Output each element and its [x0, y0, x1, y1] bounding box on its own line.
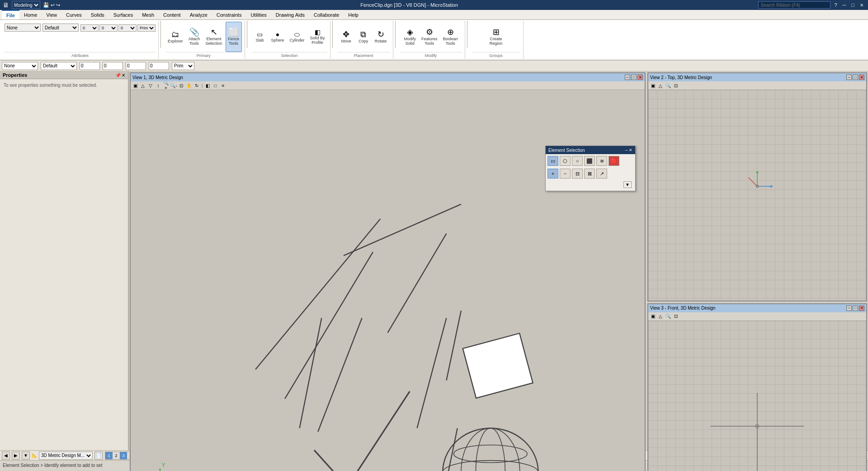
minimize-button[interactable]: ─ — [841, 2, 848, 8]
sel-fence-btn[interactable]: ⬛ — [584, 156, 595, 166]
tab-view[interactable]: View — [42, 10, 61, 19]
tab-utilities[interactable]: Utilities — [246, 10, 271, 19]
sel-poly-btn[interactable]: ⬡ — [560, 156, 571, 166]
nav-fwd-btn[interactable]: ▶ — [12, 452, 20, 460]
vt1-zoom-out[interactable]: 🔍- — [170, 82, 177, 89]
vt1-rotate[interactable]: ↻ — [193, 82, 200, 89]
sel-add-btn[interactable]: + — [547, 169, 558, 179]
help-button[interactable]: ? — [832, 2, 839, 8]
sphere-button[interactable]: ● Sphere — [269, 22, 287, 52]
features-tools-button[interactable]: ⚙ FeaturesTools — [419, 22, 440, 52]
tab-home[interactable]: Home — [19, 10, 42, 19]
vt1-wire[interactable]: □ — [212, 82, 219, 89]
tab-constraints[interactable]: Constraints — [212, 10, 246, 19]
ls-select[interactable]: 0 — [99, 24, 118, 32]
view1-minimize[interactable]: ─ — [625, 75, 630, 80]
properties-pin[interactable]: 📌 — [115, 73, 121, 78]
qa-undo[interactable]: ↩ — [51, 2, 55, 8]
vt1-zoom-in[interactable]: 🔍+ — [162, 82, 170, 89]
active-level-combo[interactable]: None — [2, 62, 38, 70]
vt2-fit[interactable]: ⊡ — [672, 82, 679, 89]
cylinder-button[interactable]: ⬭ Cylinder — [288, 22, 307, 52]
vt1-btn1[interactable]: ▣ — [132, 82, 139, 89]
elem-sel-expand[interactable]: ▼ — [623, 181, 632, 188]
view3-minimize[interactable]: ─ — [846, 306, 852, 311]
val1-input[interactable] — [80, 62, 100, 70]
prim-select[interactable]: Prim — [137, 24, 156, 32]
page-2[interactable]: 2 — [113, 452, 120, 459]
model-selector[interactable]: 3D Metric Design M... — [39, 452, 93, 460]
lw-select[interactable]: 0 — [80, 24, 99, 32]
workflow-selector[interactable]: Modeling — [12, 1, 40, 9]
sel-circle-btn[interactable]: ○ — [572, 156, 583, 166]
sel-color-btn[interactable]: 🔴 — [609, 156, 619, 166]
view1-maximize[interactable]: □ — [631, 75, 637, 80]
vt3-zoom-in[interactable]: 🔍 — [665, 313, 672, 320]
rotate-button[interactable]: ↻ Rotate — [373, 22, 389, 52]
view3-canvas[interactable] — [648, 321, 866, 471]
element-selection-button[interactable]: ↖ ElementSelection — [203, 22, 225, 52]
tab-content[interactable]: Content — [159, 10, 185, 19]
tab-analyze[interactable]: Analyze — [185, 10, 212, 19]
vt2-btn1[interactable]: ▣ — [649, 82, 656, 89]
active-level-select[interactable]: None — [5, 24, 41, 32]
nav-back-btn[interactable]: ◀ — [2, 452, 10, 460]
sel-subtract-btn[interactable]: − — [560, 169, 571, 179]
page-3[interactable]: 3 — [120, 452, 127, 459]
copy-button[interactable]: ⧉ Copy — [355, 22, 372, 52]
vt1-pan[interactable]: ✋ — [185, 82, 193, 89]
style-select[interactable]: Default — [42, 24, 79, 32]
vt3-fit[interactable]: ⊡ — [672, 313, 679, 320]
elem-sel-close[interactable]: ✕ — [629, 148, 632, 152]
view2-close[interactable]: ✕ — [859, 75, 864, 80]
attach-tools-button[interactable]: 📎 AttachTools — [186, 22, 203, 52]
search-ribbon-input[interactable] — [758, 1, 830, 9]
boolean-tools-button[interactable]: ⊕ BooleanTools — [441, 22, 460, 52]
sel-invert-btn[interactable]: ⊟ — [572, 169, 583, 179]
view1-close[interactable]: ✕ — [637, 75, 643, 80]
fence-tools-button[interactable]: ⬜ FenceTools — [226, 22, 242, 52]
vt1-btn2[interactable]: △ — [139, 82, 146, 89]
properties-close[interactable]: ✕ — [122, 73, 125, 78]
vt3-btn1[interactable]: ▣ — [649, 313, 656, 320]
modify-solid-button[interactable]: ◈ ModifySolid — [402, 22, 419, 52]
vt1-btn4[interactable]: ↕ — [155, 82, 162, 89]
view3-close[interactable]: ✕ — [859, 306, 864, 311]
tab-file[interactable]: File — [2, 10, 19, 19]
solid-by-profile-button[interactable]: ◧ Solid ByProfile — [308, 22, 327, 52]
vt2-btn2[interactable]: △ — [657, 82, 664, 89]
vt1-btn3[interactable]: ▽ — [147, 82, 154, 89]
vt2-zoom-in[interactable]: 🔍 — [665, 82, 672, 89]
sel-move-btn[interactable]: ↗ — [596, 169, 607, 179]
tab-drawing-aids[interactable]: Drawing Aids — [271, 10, 309, 19]
tab-help[interactable]: Help — [344, 10, 363, 19]
val4-input[interactable] — [149, 62, 169, 70]
nav-down-btn[interactable]: ▼ — [22, 452, 30, 460]
explorer-button[interactable]: 🗂 Explorer — [165, 22, 185, 52]
page-1[interactable]: 1 — [105, 452, 113, 459]
tab-solids[interactable]: Solids — [86, 10, 109, 19]
sheet-selector[interactable]: 📄 — [94, 452, 103, 460]
qa-save[interactable]: 💾 — [43, 2, 49, 8]
maximize-button[interactable]: □ — [849, 2, 856, 8]
vt1-fit[interactable]: ⊡ — [178, 82, 185, 89]
elem-sel-minimize[interactable]: ─ — [625, 148, 628, 152]
tab-surfaces[interactable]: Surfaces — [109, 10, 137, 19]
view2-canvas[interactable] — [648, 90, 866, 301]
val2-input[interactable] — [103, 62, 123, 70]
close-button[interactable]: ✕ — [858, 3, 865, 8]
view2-maximize[interactable]: □ — [853, 75, 858, 80]
tab-collaborate[interactable]: Collaborate — [309, 10, 344, 19]
style-combo[interactable]: Default — [41, 62, 77, 70]
vt1-level[interactable]: ≡ — [219, 82, 226, 89]
move-button[interactable]: ✥ Move — [338, 22, 354, 52]
tab-curves[interactable]: Curves — [61, 10, 86, 19]
create-region-button[interactable]: ⊞ CreateRegion — [487, 22, 505, 52]
lc-select[interactable]: 0 — [118, 24, 137, 32]
vt3-btn2[interactable]: △ — [657, 313, 664, 320]
slab-button[interactable]: ▭ Slab — [252, 22, 268, 52]
view3-maximize[interactable]: □ — [853, 306, 858, 311]
prim-combo[interactable]: Prim — [172, 62, 194, 70]
view2-minimize[interactable]: ─ — [846, 75, 852, 80]
val3-input[interactable] — [126, 62, 146, 70]
